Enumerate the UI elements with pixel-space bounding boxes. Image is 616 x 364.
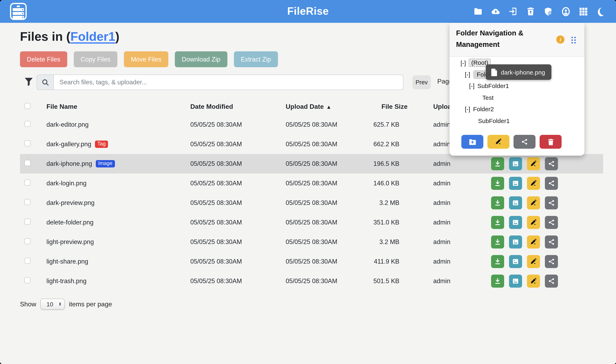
- file-name[interactable]: dark-preview.png: [46, 199, 94, 207]
- download-file-button[interactable]: [491, 235, 504, 248]
- extract-zip-button[interactable]: Extract Zip: [234, 51, 278, 67]
- row-checkbox-cell: [25, 160, 31, 168]
- row-checkbox[interactable]: [25, 199, 31, 205]
- share-file-button[interactable]: [545, 235, 558, 248]
- row-checkbox[interactable]: [25, 219, 31, 225]
- tree-item-subfolder1: [-]SubFolder1: [449, 80, 584, 92]
- copy-files-button[interactable]: Copy Files: [74, 51, 117, 67]
- file-name[interactable]: dark-gallery.png: [46, 141, 91, 148]
- file-row-light-preview-png[interactable]: light-preview.png05/05/25 08:30AM05/05/2…: [20, 232, 603, 252]
- move-files-button[interactable]: Move Files: [124, 51, 168, 67]
- folder-breadcrumb-link[interactable]: Folder1: [70, 29, 115, 43]
- col-date-modified[interactable]: Date Modified: [190, 103, 233, 110]
- row-checkbox[interactable]: [25, 238, 31, 244]
- file-name[interactable]: dark-iphone.png: [46, 160, 92, 168]
- col-file-size[interactable]: File Size: [326, 103, 407, 110]
- search-input[interactable]: [53, 75, 404, 90]
- items-per-page-select[interactable]: 10 ▲▼: [40, 299, 65, 310]
- date-modified: 05/05/25 08:30AM: [190, 121, 242, 128]
- items-per-page-label: items per page: [69, 300, 112, 308]
- folder-label-folder2[interactable]: Folder2: [473, 106, 494, 113]
- image-file-button[interactable]: [509, 274, 522, 288]
- file-row-dark-iphone-png[interactable]: dark-iphone.pngImage05/05/25 08:30AM05/0…: [20, 154, 603, 174]
- folder-label-subfolder1[interactable]: SubFolder1: [478, 117, 510, 124]
- delete-folder-button[interactable]: [540, 135, 562, 149]
- upload-icon[interactable]: [491, 7, 500, 16]
- image-file-button[interactable]: [509, 255, 522, 268]
- download-file-button[interactable]: [491, 196, 504, 209]
- collapse-toggle[interactable]: [-]: [469, 82, 475, 90]
- file-row-delete-folder-png[interactable]: delete-folder.png05/05/25 08:30AM05/05/2…: [20, 213, 603, 232]
- download-zip-button[interactable]: Download Zip: [175, 51, 227, 67]
- download-file-button[interactable]: [491, 216, 504, 229]
- rename-folder-button[interactable]: [487, 135, 510, 149]
- download-file-button[interactable]: [491, 157, 504, 170]
- info-icon[interactable]: i: [556, 35, 564, 44]
- share-file-button[interactable]: [545, 157, 558, 170]
- row-checkbox[interactable]: [25, 258, 31, 264]
- file-row-dark-preview-png[interactable]: dark-preview.png05/05/25 08:30AM05/05/25…: [20, 193, 603, 213]
- file-name[interactable]: dark-editor.png: [46, 121, 89, 128]
- image-file-button[interactable]: [509, 216, 522, 229]
- collapse-toggle[interactable]: [-]: [460, 59, 466, 66]
- user-icon[interactable]: [561, 7, 570, 16]
- edit-file-button[interactable]: [527, 157, 540, 170]
- trash-restore-icon[interactable]: [526, 7, 535, 16]
- apps-grid-icon[interactable]: [578, 7, 588, 16]
- file-name[interactable]: light-preview.png: [46, 238, 94, 246]
- edit-file-button[interactable]: [527, 196, 540, 209]
- uploader: admin: [433, 180, 450, 187]
- login-icon[interactable]: [508, 7, 518, 16]
- download-file-button[interactable]: [491, 274, 504, 288]
- topbar: FileRise: [0, 0, 616, 23]
- row-checkbox[interactable]: [25, 160, 31, 166]
- delete-files-button[interactable]: Delete Files: [20, 51, 67, 67]
- edit-file-button[interactable]: [527, 255, 540, 268]
- file-name[interactable]: light-share.png: [46, 258, 88, 265]
- file-row-light-trash-png[interactable]: light-trash.png05/05/25 08:30AM05/05/25 …: [20, 271, 603, 291]
- share-file-button[interactable]: [545, 196, 558, 209]
- edit-file-button[interactable]: [527, 177, 540, 190]
- col-file-name[interactable]: File Name: [46, 103, 77, 110]
- edit-file-button[interactable]: [527, 274, 540, 288]
- image-file-button[interactable]: [509, 157, 522, 170]
- download-file-button[interactable]: [491, 255, 504, 268]
- edit-file-button[interactable]: [527, 235, 540, 248]
- row-checkbox[interactable]: [25, 121, 31, 127]
- image-file-button[interactable]: [509, 235, 522, 248]
- prev-page-button[interactable]: Prev: [412, 75, 431, 89]
- admin-shield-icon[interactable]: [543, 7, 553, 16]
- select-all-checkbox[interactable]: [25, 103, 31, 109]
- file-name[interactable]: light-trash.png: [46, 277, 86, 285]
- row-checkbox[interactable]: [25, 140, 31, 146]
- collapse-toggle[interactable]: [-]: [465, 71, 470, 78]
- create-folder-button[interactable]: [461, 135, 483, 149]
- tree-item-folder2: [-]Folder2: [449, 103, 584, 115]
- file-name-cell: light-trash.png: [46, 277, 86, 285]
- file-size: 3.2 MB: [318, 238, 399, 246]
- edit-file-button[interactable]: [527, 216, 540, 229]
- image-file-button[interactable]: [509, 177, 522, 190]
- row-checkbox[interactable]: [25, 277, 31, 283]
- share-file-button[interactable]: [545, 274, 558, 288]
- file-name[interactable]: dark-login.png: [46, 180, 86, 187]
- collapse-toggle[interactable]: [-]: [465, 106, 470, 113]
- image-file-button[interactable]: [509, 196, 522, 209]
- share-file-button[interactable]: [545, 177, 558, 190]
- share-file-button[interactable]: [545, 255, 558, 268]
- col-upload-date[interactable]: Upload Date▲: [286, 103, 331, 110]
- file-name[interactable]: delete-folder.png: [46, 219, 93, 226]
- filter-icon[interactable]: [25, 78, 33, 88]
- folder-icon[interactable]: [473, 7, 483, 16]
- download-file-button[interactable]: [491, 177, 504, 190]
- share-folder-button[interactable]: [513, 135, 536, 149]
- file-row-dark-login-png[interactable]: dark-login.png05/05/25 08:30AM05/05/25 0…: [20, 174, 603, 193]
- file-row-light-share-png[interactable]: light-share.png05/05/25 08:30AM05/05/25 …: [20, 252, 603, 271]
- dark-mode-icon[interactable]: [596, 7, 605, 16]
- drag-handle-icon[interactable]: [571, 36, 576, 46]
- file-name-cell: dark-editor.png: [46, 121, 89, 128]
- share-file-button[interactable]: [545, 216, 558, 229]
- folder-label-subfolder1[interactable]: SubFolder1: [477, 82, 509, 90]
- folder-label-test[interactable]: Test: [482, 94, 494, 101]
- row-checkbox[interactable]: [25, 180, 31, 186]
